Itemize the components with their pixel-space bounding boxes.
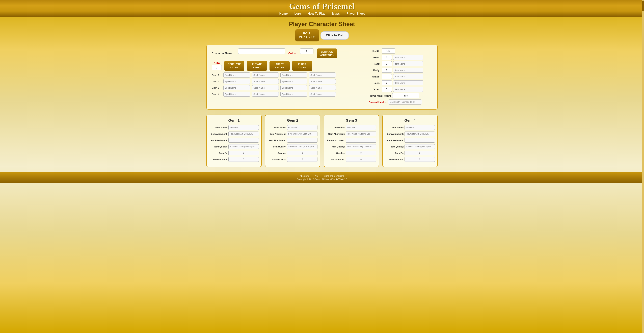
- aura-neophyte-button[interactable]: NEOPHYTE2 AURA: [224, 61, 244, 71]
- neck-row: Neck:: [368, 61, 432, 66]
- head-value-input[interactable]: [382, 55, 392, 60]
- scrollbar-thumb[interactable]: [642, 1, 644, 11]
- gem4-attachment-input[interactable]: [404, 138, 435, 142]
- gem4-quality-input[interactable]: [404, 144, 435, 149]
- head-item-input[interactable]: [393, 55, 423, 60]
- roll-variables-button[interactable]: ROLLVARIABLES: [295, 29, 319, 42]
- roll-section: ROLLVARIABLES Click to Roll: [0, 29, 644, 42]
- max-health-input[interactable]: [392, 93, 419, 98]
- gem2-passive-row: Passive Aura:: [268, 157, 318, 162]
- gem4-passive-input[interactable]: [404, 157, 435, 162]
- current-health-row: Current Health: Max Health - Damage Take…: [368, 100, 432, 104]
- gem-card-2-title: Gem 2: [268, 118, 318, 123]
- gem1-spell3[interactable]: [280, 72, 307, 78]
- gem4-spell3[interactable]: [280, 92, 307, 97]
- hands-value-input[interactable]: [382, 74, 392, 79]
- gem2-spell1[interactable]: [224, 79, 250, 84]
- gem2-spell2[interactable]: [252, 79, 279, 84]
- click-to-roll-button[interactable]: Click to Roll: [320, 31, 349, 40]
- gem2-attachment-input[interactable]: [287, 138, 318, 142]
- gem4-name-row: Gem Name:: [385, 125, 435, 130]
- gem4-carohs-input[interactable]: [404, 151, 435, 155]
- gem2-spell4[interactable]: [309, 79, 336, 84]
- gem3-carohs-input[interactable]: [346, 151, 376, 155]
- gem1-spell2[interactable]: [252, 72, 279, 78]
- footer-terms[interactable]: Terms and Conditions: [323, 175, 344, 177]
- neck-value-input[interactable]: [382, 61, 392, 66]
- gem3-spell2[interactable]: [252, 85, 279, 90]
- gem1-name-input[interactable]: [228, 125, 259, 130]
- aura-adept-button[interactable]: ADEPT4 AURA: [270, 61, 290, 71]
- coins-input[interactable]: [300, 48, 314, 54]
- gem1-spell4[interactable]: [309, 72, 336, 78]
- gem3-name-label: Gem Name:: [326, 126, 345, 129]
- gem3-attachment-label: Item Attachment:: [326, 139, 345, 142]
- other-item-input[interactable]: [393, 87, 423, 92]
- gem1-attachment-input[interactable]: [228, 138, 259, 142]
- nav-how-to-play[interactable]: How To Play: [308, 12, 326, 16]
- legs-row: Legs:: [368, 80, 432, 86]
- nav-home[interactable]: Home: [280, 12, 288, 16]
- gem3-quality-input[interactable]: [346, 144, 376, 149]
- gem2-alignment-input[interactable]: [287, 132, 318, 136]
- main-content: Character Name : Coins: CLICK ONYOUR TUR…: [212, 48, 432, 106]
- gem2-passive-input[interactable]: [287, 157, 318, 162]
- gem3-spell4[interactable]: [309, 85, 336, 90]
- gem3-spell3[interactable]: [280, 85, 307, 90]
- gem4-spell4[interactable]: [309, 92, 336, 97]
- gem4-alignment-label: Gem Alignment:: [385, 133, 404, 135]
- site-footer: About Us FAQ Terms and Conditions Copyri…: [0, 172, 644, 183]
- gem4-name-label: Gem Name:: [385, 126, 404, 129]
- hands-label: Hands:: [368, 75, 380, 78]
- neck-item-input[interactable]: [393, 61, 423, 66]
- gem3-spell1[interactable]: [224, 85, 250, 90]
- body-item-input[interactable]: [393, 68, 423, 73]
- gem2-quality-input[interactable]: [287, 144, 318, 149]
- gem2-name-input[interactable]: [287, 125, 318, 130]
- gem1-carohs-input[interactable]: [228, 151, 259, 155]
- gem1-spell1[interactable]: [224, 72, 250, 78]
- health-panel: Health: Head: Neck: Body: Hands:: [368, 48, 432, 106]
- gem3-name-row: Gem Name:: [326, 125, 376, 130]
- health-main-input[interactable]: [382, 48, 395, 54]
- gem4-alignment-input[interactable]: [404, 132, 435, 136]
- body-value-input[interactable]: [382, 68, 392, 73]
- gem3-passive-input[interactable]: [346, 157, 376, 162]
- gem2-carohs-input[interactable]: [287, 151, 318, 155]
- gem3-name-input[interactable]: [346, 125, 376, 130]
- footer-faq[interactable]: FAQ: [314, 175, 318, 177]
- gem4-spell2[interactable]: [252, 92, 279, 97]
- nav-lore[interactable]: Lore: [294, 12, 301, 16]
- gem3-attachment-row: Item Attachment:: [326, 138, 376, 142]
- body-row: Body:: [368, 68, 432, 73]
- char-name-input[interactable]: [238, 48, 285, 54]
- footer-links: About Us FAQ Terms and Conditions: [2, 175, 642, 177]
- gem3-quality-label: Item Quality:: [326, 146, 345, 148]
- aura-input[interactable]: [212, 65, 222, 70]
- gem2-spell3[interactable]: [280, 79, 307, 84]
- gem1-alignment-input[interactable]: [228, 132, 259, 136]
- hands-row: Hands:: [368, 74, 432, 79]
- gem1-quality-input[interactable]: [228, 144, 259, 149]
- gem-card-3: Gem 3 Gem Name: Gem Alignment: Item Atta…: [324, 114, 379, 167]
- gem3-attachment-input[interactable]: [346, 138, 376, 142]
- gem3-carohs-label: Caroh's:: [326, 152, 345, 154]
- aura-elder-button[interactable]: ELDER5 AURA: [292, 61, 312, 71]
- gem2-label: Gem 2: [212, 80, 222, 83]
- gem1-passive-input[interactable]: [228, 157, 259, 162]
- aura-initiate-button[interactable]: INITIATE3 AURA: [247, 61, 267, 71]
- hands-item-input[interactable]: [393, 74, 423, 79]
- click-turn-button[interactable]: CLICK ONYOUR TURN: [317, 48, 337, 58]
- footer-about-us[interactable]: About Us: [300, 175, 308, 177]
- legs-item-input[interactable]: [393, 80, 423, 86]
- gem-card-3-title: Gem 3: [326, 118, 376, 123]
- gem4-spell1[interactable]: [224, 92, 250, 97]
- nav-player-sheet[interactable]: Player Sheet: [346, 12, 364, 16]
- scrollbar-track[interactable]: [642, 0, 644, 333]
- gem3-alignment-input[interactable]: [346, 132, 376, 136]
- other-value-input[interactable]: [382, 87, 392, 92]
- nav-maps[interactable]: Maps: [332, 12, 340, 16]
- gem2-row: Gem 2: [212, 79, 365, 84]
- legs-value-input[interactable]: [382, 80, 392, 86]
- gem4-name-input[interactable]: [404, 125, 435, 130]
